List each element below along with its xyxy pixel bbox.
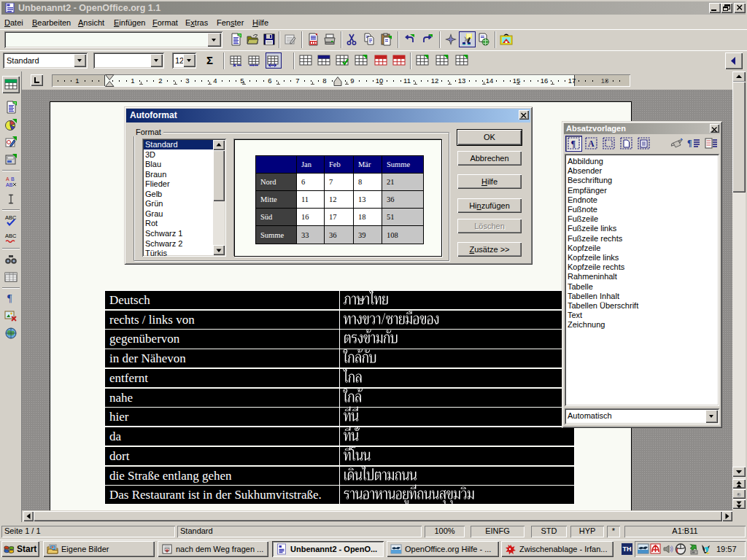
svg-text:ABC: ABC (5, 233, 17, 239)
svg-text:AB: AB (6, 182, 13, 187)
svg-text:A: A (588, 139, 595, 149)
svg-text:A: A (6, 176, 9, 182)
svg-text:¶: ¶ (687, 138, 692, 148)
svg-text:¶: ¶ (7, 293, 12, 304)
svg-text:¶: ¶ (570, 139, 575, 149)
svg-text:B: B (11, 176, 15, 182)
